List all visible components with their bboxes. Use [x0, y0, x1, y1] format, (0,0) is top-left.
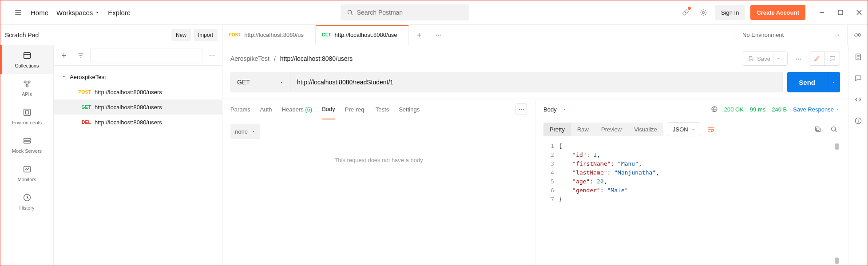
view-visualize[interactable]: Visualize [628, 123, 663, 136]
body-type-select[interactable]: none [230, 124, 260, 139]
filter-icon[interactable] [73, 48, 88, 63]
environment-quicklook-icon[interactable] [847, 25, 868, 45]
rail-monitors[interactable]: Monitors [0, 159, 53, 187]
nav-workspaces[interactable]: Workspaces [56, 9, 100, 16]
line-gutter: 1234567 [543, 142, 559, 266]
documentation-icon[interactable] [852, 51, 864, 63]
hamburger-icon[interactable] [12, 6, 24, 19]
rail-history-label: History [19, 205, 34, 210]
send-chevron[interactable] [827, 72, 840, 92]
globe-icon[interactable] [711, 106, 718, 113]
request-title: http://localhost:8080/users [280, 55, 353, 62]
request-item-post[interactable]: POST http://localhost:8080/users [54, 84, 222, 99]
subtab-prereq[interactable]: Pre-req. [345, 99, 366, 119]
request-item-get[interactable]: GET http://localhost:8080/users [54, 99, 222, 115]
request-url: http://localhost:8080/users [95, 104, 162, 111]
status-code: 200 OK [724, 106, 744, 113]
window-close[interactable] [856, 9, 862, 16]
method-value: GET [237, 79, 250, 86]
import-button[interactable]: Import [194, 29, 218, 41]
settings-icon[interactable] [697, 6, 709, 19]
tabs-more-icon[interactable]: ⋯ [429, 32, 447, 38]
language-select[interactable]: JSON [668, 122, 700, 136]
copy-icon[interactable] [812, 123, 824, 135]
collection-name: AerospikeTest [70, 74, 106, 80]
subtab-params[interactable]: Params [230, 99, 250, 119]
create-account-button[interactable]: Create Account [750, 5, 805, 20]
edit-icon[interactable] [809, 52, 824, 65]
window-maximize[interactable] [837, 9, 844, 16]
search-response-icon[interactable] [828, 123, 840, 135]
rail-collections-label: Collections [15, 63, 39, 68]
svg-rect-10 [25, 111, 28, 114]
rail-mock-servers[interactable]: Mock Servers [0, 131, 53, 159]
sign-in-button[interactable]: Sign In [715, 5, 745, 20]
environment-select[interactable]: No Environment [736, 25, 847, 45]
code-icon[interactable] [852, 93, 864, 106]
capture-icon[interactable] [679, 6, 692, 19]
method-select[interactable]: GET [230, 72, 291, 92]
request-item-del[interactable]: DEL http://localhost:8080/users [54, 115, 222, 130]
sidebar-more-icon[interactable]: ⋯ [204, 48, 219, 63]
svg-point-15 [857, 34, 859, 36]
wrap-lines-icon[interactable] [705, 123, 717, 135]
global-search[interactable] [341, 4, 469, 20]
comment-icon[interactable] [824, 52, 840, 65]
svg-rect-11 [24, 139, 30, 141]
url-input[interactable] [291, 72, 783, 92]
method-badge: DEL [74, 120, 91, 125]
new-button[interactable]: New [171, 29, 191, 41]
view-pretty[interactable]: Pretty [543, 123, 571, 136]
subtab-tests[interactable]: Tests [376, 99, 389, 119]
add-icon[interactable] [56, 48, 71, 63]
svg-rect-18 [816, 127, 819, 131]
language-label: JSON [673, 126, 688, 133]
view-preview[interactable]: Preview [595, 123, 628, 136]
view-raw[interactable]: Raw [571, 123, 595, 136]
tab-post[interactable]: POST http://localhost:8080/us [222, 25, 316, 45]
rail-env-label: Environments [12, 120, 42, 125]
rail-monitors-label: Monitors [17, 177, 36, 182]
scrollbar-thumb[interactable] [835, 143, 839, 150]
svg-point-0 [348, 10, 352, 14]
breadcrumb-collection[interactable]: AerospikeTest [230, 55, 270, 62]
info-icon[interactable] [852, 115, 864, 127]
cookies-icon[interactable]: ⋯ [515, 103, 527, 115]
nav-explore[interactable]: Explore [108, 9, 131, 16]
response-section-label[interactable]: Body [543, 106, 557, 113]
nav-home[interactable]: Home [31, 9, 48, 16]
collection-folder[interactable]: AerospikeTest [54, 69, 222, 84]
svg-rect-4 [838, 10, 843, 15]
chevron-down-icon [251, 129, 256, 134]
window-minimize[interactable] [819, 9, 825, 16]
send-button[interactable]: Send [787, 72, 827, 92]
svg-point-8 [26, 85, 28, 87]
rail-apis[interactable]: APIs [0, 74, 53, 102]
rail-history[interactable]: History [0, 187, 53, 216]
subtab-auth[interactable]: Auth [260, 99, 272, 119]
save-response-button[interactable]: Save Response [793, 106, 840, 113]
subtab-headers[interactable]: Headers (6) [282, 99, 313, 119]
subtab-settings[interactable]: Settings [399, 99, 420, 119]
save-chevron[interactable] [773, 52, 783, 65]
sidebar-comment-icon[interactable] [852, 72, 864, 84]
response-time: 99 ms [750, 106, 765, 113]
rail-collections[interactable]: Collections [0, 45, 53, 74]
tab-get[interactable]: GET http://localhost:8080/use [316, 25, 409, 45]
headers-count: (6) [305, 106, 312, 113]
subtab-body[interactable]: Body [322, 99, 335, 119]
response-body[interactable]: 1234567 { "id": 1, "firstName": "Manu", … [543, 139, 840, 266]
request-more-icon[interactable]: ⋯ [792, 52, 805, 65]
search-icon [347, 9, 353, 16]
save-button[interactable]: Save [743, 52, 788, 66]
sidebar-search[interactable] [90, 48, 202, 63]
new-tab-icon[interactable] [409, 32, 429, 38]
tab-method: GET [322, 32, 331, 37]
chevron-down-icon[interactable] [562, 107, 567, 111]
scrollbar-thumb[interactable] [835, 258, 839, 264]
search-input[interactable] [357, 9, 463, 16]
environment-label: No Environment [742, 32, 784, 38]
rail-mock-label: Mock Servers [12, 148, 42, 154]
rail-environments[interactable]: Environments [0, 102, 53, 131]
rail-apis-label: APIs [22, 91, 32, 97]
